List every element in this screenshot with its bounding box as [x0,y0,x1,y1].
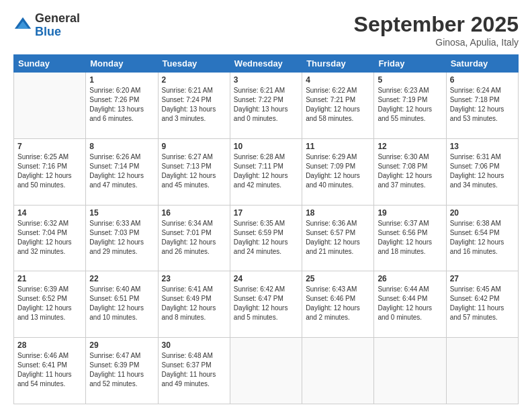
day-number: 3 [234,75,298,85]
title-block: September 2025 Ginosa, Apulia, Italy [354,12,519,48]
day-info: Sunrise: 6:21 AM Sunset: 7:22 PM Dayligh… [234,86,298,124]
calendar-cell: 17Sunrise: 6:35 AM Sunset: 6:59 PM Dayli… [230,205,302,271]
day-info: Sunrise: 6:41 AM Sunset: 6:49 PM Dayligh… [162,285,226,322]
day-info: Sunrise: 6:28 AM Sunset: 7:11 PM Dayligh… [234,152,298,190]
calendar-cell: 20Sunrise: 6:38 AM Sunset: 6:54 PM Dayli… [446,205,518,271]
calendar-cell: 29Sunrise: 6:47 AM Sunset: 6:39 PM Dayli… [86,338,158,404]
calendar-cell: 21Sunrise: 6:39 AM Sunset: 6:52 PM Dayli… [14,271,86,338]
calendar-cell: 6Sunrise: 6:24 AM Sunset: 7:18 PM Daylig… [446,73,518,139]
day-info: Sunrise: 6:30 AM Sunset: 7:08 PM Dayligh… [378,152,442,190]
day-number: 21 [17,274,82,283]
calendar: Sunday Monday Tuesday Wednesday Thursday… [13,54,519,404]
day-info: Sunrise: 6:43 AM Sunset: 6:46 PM Dayligh… [306,285,370,322]
day-number: 24 [234,274,298,283]
calendar-cell: 25Sunrise: 6:43 AM Sunset: 6:46 PM Dayli… [302,271,374,338]
day-number: 28 [17,340,82,350]
col-wednesday: Wednesday [230,55,302,73]
day-info: Sunrise: 6:38 AM Sunset: 6:54 PM Dayligh… [450,219,515,257]
day-info: Sunrise: 6:47 AM Sunset: 6:39 PM Dayligh… [89,351,154,389]
calendar-cell: 12Sunrise: 6:30 AM Sunset: 7:08 PM Dayli… [374,138,446,205]
day-number: 12 [378,142,442,151]
day-info: Sunrise: 6:20 AM Sunset: 7:26 PM Dayligh… [89,86,154,124]
day-number: 14 [17,208,82,218]
logo-text: General Blue [35,12,80,39]
col-monday: Monday [86,55,158,73]
calendar-cell: 8Sunrise: 6:26 AM Sunset: 7:14 PM Daylig… [86,138,158,205]
calendar-cell: 30Sunrise: 6:48 AM Sunset: 6:37 PM Dayli… [158,338,230,404]
day-number: 23 [162,274,226,283]
calendar-cell: 16Sunrise: 6:34 AM Sunset: 7:01 PM Dayli… [158,205,230,271]
calendar-cell: 7Sunrise: 6:25 AM Sunset: 7:16 PM Daylig… [14,138,86,205]
day-number: 29 [89,340,154,350]
day-number: 18 [306,208,370,218]
day-info: Sunrise: 6:35 AM Sunset: 6:59 PM Dayligh… [234,219,298,257]
calendar-cell: 11Sunrise: 6:29 AM Sunset: 7:09 PM Dayli… [302,138,374,205]
calendar-cell: 14Sunrise: 6:32 AM Sunset: 7:04 PM Dayli… [14,205,86,271]
day-info: Sunrise: 6:37 AM Sunset: 6:56 PM Dayligh… [378,219,442,257]
day-number: 27 [450,274,515,283]
day-number: 7 [17,142,82,151]
day-number: 26 [378,274,442,283]
calendar-week-5: 28Sunrise: 6:46 AM Sunset: 6:41 PM Dayli… [14,338,519,404]
day-number: 5 [378,75,442,85]
calendar-header-row: Sunday Monday Tuesday Wednesday Thursday… [14,55,519,73]
col-thursday: Thursday [302,55,374,73]
page: General Blue September 2025 Ginosa, Apul… [0,0,532,411]
day-info: Sunrise: 6:32 AM Sunset: 7:04 PM Dayligh… [17,219,82,257]
calendar-cell [302,338,374,404]
day-info: Sunrise: 6:45 AM Sunset: 6:42 PM Dayligh… [450,285,515,322]
calendar-cell: 22Sunrise: 6:40 AM Sunset: 6:51 PM Dayli… [86,271,158,338]
location: Ginosa, Apulia, Italy [354,37,519,48]
calendar-cell: 9Sunrise: 6:27 AM Sunset: 7:13 PM Daylig… [158,138,230,205]
calendar-cell: 2Sunrise: 6:21 AM Sunset: 7:24 PM Daylig… [158,73,230,139]
day-info: Sunrise: 6:23 AM Sunset: 7:19 PM Dayligh… [378,86,442,124]
day-number: 2 [162,75,226,85]
calendar-cell [446,338,518,404]
calendar-cell: 10Sunrise: 6:28 AM Sunset: 7:11 PM Dayli… [230,138,302,205]
calendar-cell [374,338,446,404]
day-number: 9 [162,142,226,151]
col-saturday: Saturday [446,55,518,73]
day-info: Sunrise: 6:27 AM Sunset: 7:13 PM Dayligh… [162,152,226,190]
calendar-cell: 28Sunrise: 6:46 AM Sunset: 6:41 PM Dayli… [14,338,86,404]
day-number: 1 [89,75,154,85]
day-info: Sunrise: 6:31 AM Sunset: 7:06 PM Dayligh… [450,152,515,190]
day-number: 16 [162,208,226,218]
calendar-week-1: 1Sunrise: 6:20 AM Sunset: 7:26 PM Daylig… [14,73,519,139]
col-friday: Friday [374,55,446,73]
calendar-week-2: 7Sunrise: 6:25 AM Sunset: 7:16 PM Daylig… [14,138,519,205]
logo-blue: Blue [35,25,61,38]
header: General Blue September 2025 Ginosa, Apul… [13,12,519,48]
calendar-week-4: 21Sunrise: 6:39 AM Sunset: 6:52 PM Dayli… [14,271,519,338]
calendar-cell: 19Sunrise: 6:37 AM Sunset: 6:56 PM Dayli… [374,205,446,271]
calendar-cell: 24Sunrise: 6:42 AM Sunset: 6:47 PM Dayli… [230,271,302,338]
day-number: 19 [378,208,442,218]
day-info: Sunrise: 6:42 AM Sunset: 6:47 PM Dayligh… [234,285,298,322]
calendar-cell: 4Sunrise: 6:22 AM Sunset: 7:21 PM Daylig… [302,73,374,139]
calendar-cell: 13Sunrise: 6:31 AM Sunset: 7:06 PM Dayli… [446,138,518,205]
day-info: Sunrise: 6:39 AM Sunset: 6:52 PM Dayligh… [17,285,82,322]
col-tuesday: Tuesday [158,55,230,73]
calendar-week-3: 14Sunrise: 6:32 AM Sunset: 7:04 PM Dayli… [14,205,519,271]
calendar-cell [230,338,302,404]
calendar-cell: 18Sunrise: 6:36 AM Sunset: 6:57 PM Dayli… [302,205,374,271]
day-info: Sunrise: 6:48 AM Sunset: 6:37 PM Dayligh… [162,351,226,389]
calendar-cell: 3Sunrise: 6:21 AM Sunset: 7:22 PM Daylig… [230,73,302,139]
day-info: Sunrise: 6:26 AM Sunset: 7:14 PM Dayligh… [89,152,154,190]
day-number: 15 [89,208,154,218]
day-number: 17 [234,208,298,218]
day-info: Sunrise: 6:34 AM Sunset: 7:01 PM Dayligh… [162,219,226,257]
day-number: 25 [306,274,370,283]
day-info: Sunrise: 6:40 AM Sunset: 6:51 PM Dayligh… [89,285,154,322]
day-info: Sunrise: 6:46 AM Sunset: 6:41 PM Dayligh… [17,351,82,389]
col-sunday: Sunday [14,55,86,73]
calendar-cell: 15Sunrise: 6:33 AM Sunset: 7:03 PM Dayli… [86,205,158,271]
day-number: 8 [89,142,154,151]
logo-icon [13,16,32,35]
logo: General Blue [13,12,80,39]
day-info: Sunrise: 6:33 AM Sunset: 7:03 PM Dayligh… [89,219,154,257]
day-number: 4 [306,75,370,85]
day-info: Sunrise: 6:25 AM Sunset: 7:16 PM Dayligh… [17,152,82,190]
day-info: Sunrise: 6:22 AM Sunset: 7:21 PM Dayligh… [306,86,370,124]
calendar-cell: 1Sunrise: 6:20 AM Sunset: 7:26 PM Daylig… [86,73,158,139]
